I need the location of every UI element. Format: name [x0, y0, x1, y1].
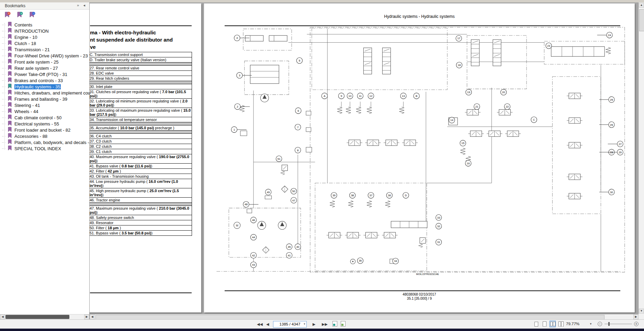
callout-B: B	[414, 93, 419, 99]
clipboard-icon[interactable]	[341, 321, 346, 327]
scroll-left-icon[interactable]: ◀	[0, 315, 5, 319]
single-page-view-icon[interactable]	[533, 321, 539, 327]
title-line-2: nt suspended axle distributor and	[90, 36, 173, 43]
callout-layer: 1234567891011121314151617181920212223242…	[231, 32, 623, 267]
bookmark-item[interactable]: Accessories - 88	[0, 133, 89, 139]
page-number-input[interactable]: 1385 / 4347 ▼	[273, 321, 307, 328]
continuous-view-icon[interactable]	[541, 321, 547, 327]
svg-text:4: 4	[236, 36, 238, 40]
bookmark-item[interactable]: Brakes and controls - 33	[0, 77, 89, 84]
legend-row: C. Transmission control support	[89, 52, 192, 57]
bookmark-item[interactable]: Clutch - 18	[0, 40, 89, 46]
callout-8: 8	[295, 147, 301, 153]
svg-text:+: +	[21, 12, 22, 15]
callout-20: 20	[500, 89, 506, 95]
legend-row: 45. High pressure hydraulic pump ( 25.0 …	[89, 188, 192, 198]
bookmark-item[interactable]: Frames and ballasting - 39	[0, 96, 89, 102]
callout-23: 23	[546, 43, 552, 49]
bookmark-item[interactable]: Rear axle system - 27	[0, 65, 89, 71]
bookmark-item[interactable]: Cab climate control - 50	[0, 114, 89, 121]
svg-text:17: 17	[457, 37, 460, 40]
bookmark-label: INTRODUCTION	[14, 29, 49, 34]
first-page-button[interactable]: ◀◀	[257, 321, 263, 327]
vertical-scroll-thumb[interactable]	[639, 9, 644, 31]
bookmark-label: Front loader and bucket - 82	[14, 128, 70, 133]
svg-text:9: 9	[341, 95, 342, 98]
bookmark-item[interactable]: Hydraulic systems - 35	[0, 84, 89, 90]
next-page-button[interactable]: ▶	[313, 321, 315, 327]
zoom-slider-handle[interactable]	[608, 322, 610, 326]
svg-text:41: 41	[288, 254, 291, 257]
callout-17: 17	[456, 35, 462, 41]
zoom-in-button[interactable]: +	[634, 322, 639, 326]
horizontal-scroll-thumb[interactable]	[95, 315, 605, 320]
bookmark-label: Steering - 41	[14, 103, 40, 108]
svg-text:39: 39	[332, 194, 336, 197]
callout-11: 11	[357, 93, 363, 99]
bookmark-item[interactable]: SPECIAL TOOL INDEX	[0, 145, 89, 152]
legend-row: 31. Clutches oil pressure regulating val…	[89, 89, 192, 99]
bookmark-label: Contents	[14, 22, 32, 27]
vertical-scrollbar[interactable]: ▲ ▼	[639, 2, 644, 314]
callout-47: 47	[291, 197, 297, 203]
facing-continuous-view-icon[interactable]	[558, 321, 564, 327]
snapshot-icon[interactable]	[332, 321, 337, 327]
scroll-right-icon[interactable]: ▶	[633, 315, 639, 319]
svg-text:31: 31	[437, 241, 440, 244]
legend-row: 50. Filter ( 18 μm )	[89, 225, 192, 231]
delete-bookmark-icon[interactable]: ×	[4, 11, 12, 19]
page-footer-docnum: 48038068 02/10/2017	[204, 293, 635, 296]
callout-D: D	[403, 192, 409, 198]
callout-2: 2	[235, 103, 240, 109]
bookmark-item[interactable]: Electrical systems - 55	[0, 121, 89, 127]
zoom-dropdown-icon[interactable]: ▼	[589, 322, 592, 326]
legend-spacer-row	[89, 122, 192, 125]
scroll-right-icon[interactable]: ▶	[84, 315, 89, 319]
add-bookmark-icon[interactable]: +	[16, 11, 24, 19]
callout-22: 22	[504, 103, 510, 109]
bookmark-item[interactable]: Hitches, drawbars, and implement cou	[0, 90, 89, 96]
bookmark-item[interactable]: Four-Wheel Drive (4WD) system - 23	[0, 53, 89, 59]
horizontal-scrollbar[interactable]: ◀ ▶	[90, 314, 639, 319]
bookmark-item[interactable]: Steering - 41	[0, 102, 89, 108]
bookmark-item[interactable]: Platform, cab, bodywork, and decals -	[0, 139, 89, 145]
svg-text:15: 15	[461, 142, 464, 145]
callout-13: 13	[400, 93, 406, 99]
goto-bookmark-icon[interactable]: →	[29, 11, 36, 19]
svg-text:6: 6	[297, 109, 299, 112]
page-dropdown-icon[interactable]: ▼	[303, 321, 306, 327]
bookmark-item[interactable]: Transmission - 21	[0, 46, 89, 53]
bookmark-item[interactable]: Contents	[0, 22, 89, 28]
bookmark-item[interactable]: Engine - 10	[0, 34, 89, 40]
collapse-panel-icon[interactable]: ◂	[83, 3, 85, 8]
bookmark-item[interactable]: Front loader and bucket - 82	[0, 127, 89, 133]
svg-text:21: 21	[475, 105, 478, 108]
facing-pages-view-icon[interactable]	[550, 321, 556, 327]
bookmark-flag-icon	[8, 34, 12, 41]
bookmark-item[interactable]: INTRODUCTION	[0, 28, 89, 34]
bookmarks-list: ContentsINTRODUCTIONEngine - 10Clutch - …	[0, 22, 89, 152]
bookmark-flag-icon	[8, 77, 12, 84]
last-page-button[interactable]: ▶▶	[322, 321, 328, 327]
scroll-down-icon[interactable]: ▼	[639, 309, 644, 313]
previous-page-button[interactable]: ◀	[266, 321, 269, 327]
bookmarks-hscrollbar[interactable]: ◀ ▶	[0, 314, 89, 319]
bookmarks-hscroll-thumb[interactable]	[5, 315, 69, 319]
bookmark-item[interactable]: Front axle system - 25	[0, 59, 89, 65]
callout-48: 48	[243, 201, 249, 207]
callout-30: 30	[609, 189, 614, 195]
bookmark-flag-icon	[8, 28, 12, 34]
scroll-up-icon[interactable]: ▲	[639, 3, 644, 8]
bookmark-item[interactable]: Wheels - 44	[0, 108, 89, 114]
legend-row: 43. Oil tank - Transmission housing	[89, 174, 192, 179]
svg-text:30: 30	[610, 191, 613, 194]
left-page-title: ma - With electro-hydraulic nt suspended…	[90, 29, 173, 51]
callout-44: 44	[250, 234, 256, 240]
dock-panel-icon[interactable]: »	[77, 3, 79, 7]
zoom-out-button[interactable]: −	[598, 322, 602, 326]
svg-text:50: 50	[292, 190, 295, 193]
bookmark-item[interactable]: Power Take-Off (PTO) - 31	[0, 71, 89, 77]
legend-row: 34. Transmission oil temperature sensor	[89, 117, 192, 122]
scroll-left-icon[interactable]: ◀	[90, 315, 95, 319]
bookmark-label: SPECIAL TOOL INDEX	[14, 146, 61, 151]
